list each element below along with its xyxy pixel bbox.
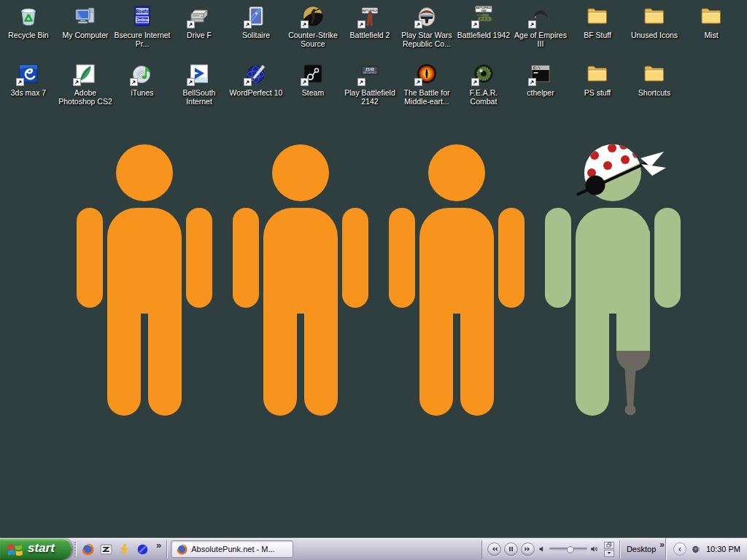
wallpaper-figures	[75, 144, 682, 421]
desktop-toolbar-label: Desktop	[627, 545, 656, 553]
desktop-toolbar-overflow-chevron[interactable]: »	[659, 540, 665, 549]
wordperfect-icon	[244, 61, 268, 86]
desktop-icon-bsecure-internet-pr[interactable]: BsafeOnlineBsecure Internet Pr...	[114, 4, 171, 49]
battlefield2142-icon: 2142BATTLEFIELD	[357, 61, 382, 86]
pause-button[interactable]	[504, 542, 518, 556]
shortcut-arrow-icon	[301, 20, 309, 28]
quick-launch-blue-orb-icon[interactable]	[135, 542, 150, 556]
toolbar-drag-handle[interactable]	[74, 542, 77, 557]
3ds-max-icon	[16, 61, 41, 86]
sauron-eye-icon	[414, 61, 439, 86]
my-computer-icon	[73, 4, 98, 28]
next-track-button[interactable]	[521, 542, 535, 556]
quick-launch-aim-running-man-icon[interactable]	[117, 542, 131, 556]
folder-icon	[642, 4, 667, 28]
desktop-icon-label: Play Star Wars Republic Co...	[398, 31, 455, 49]
shortcut-arrow-icon	[73, 78, 81, 86]
fear-eye-icon	[471, 61, 496, 86]
desktop-toolbar[interactable]: Desktop »	[620, 538, 665, 560]
desktop-icon-solitaire[interactable]: Solitaire	[228, 4, 285, 49]
shortcut-arrow-icon	[471, 78, 479, 86]
desktop-icon-mist[interactable]: Mist	[683, 4, 740, 49]
start-button[interactable]: start	[0, 538, 71, 560]
desktop-icon-label: BellSouth Internet	[171, 88, 228, 106]
folder-icon	[699, 4, 724, 28]
desktop-icon-label: F.E.A.R. Combat	[455, 88, 512, 106]
desktop-icon-counter-strike-source[interactable]: Counter-Strike Source	[285, 4, 341, 49]
restore-window-button[interactable]	[604, 542, 614, 549]
desktop-icon-label: Age of Empires III	[512, 31, 569, 49]
battlefield2-icon: BATTLEFIELD	[357, 4, 382, 28]
desktop-icon-label: cthelper	[527, 88, 554, 97]
volume-slider[interactable]	[549, 548, 587, 551]
itunes-cd-icon	[130, 61, 155, 86]
desktop-icon-label: 3ds max 7	[11, 88, 46, 97]
volume-slider-thumb[interactable]	[567, 546, 574, 553]
desktop-icon-3ds-max-7[interactable]: 3ds max 7	[0, 61, 57, 106]
desktop-icon-label: Steam	[302, 88, 324, 97]
previous-track-button[interactable]	[487, 542, 501, 556]
desktop-icon-label: iTunes	[131, 88, 153, 97]
dropdown-arrow-button[interactable]	[604, 550, 614, 557]
desktop-icon-ps-stuff[interactable]: PS stuff	[569, 61, 626, 106]
svg-text:BATTLEFIELD: BATTLEFIELD	[363, 71, 376, 74]
desktop-icon-my-computer[interactable]: My Computer	[57, 4, 114, 49]
desktop-icon-battlefield-1942[interactable]: BATTLEFIELD1942Battlefield 1942	[455, 4, 512, 49]
quick-launch-overflow-chevron[interactable]: »	[156, 540, 161, 550]
shortcut-arrow-icon	[357, 78, 365, 86]
desktop-icon-bf-stuff[interactable]: BF Stuff	[569, 4, 626, 49]
desktop-icon-itunes[interactable]: iTunes	[114, 61, 171, 106]
shortcut-arrow-icon	[471, 20, 479, 28]
solitaire-card-icon	[244, 4, 268, 28]
desktop-icon-shortcuts[interactable]: Shortcuts	[626, 61, 683, 106]
desktop-icon-label: Drive F	[187, 31, 212, 39]
task-button-area: AbsolutePunk.net - M...	[167, 538, 481, 560]
shortcut-arrow-icon	[187, 78, 195, 86]
desktop-icon-label: The Battle for Middle-eart...	[398, 88, 455, 106]
desktop-icon-wordperfect-10[interactable]: WordPerfect 10	[228, 61, 285, 106]
desktop-icon-steam[interactable]: Steam	[285, 61, 341, 106]
tray-volume-speaker-icon[interactable]	[690, 544, 701, 555]
hide-inactive-icons-button[interactable]: ‹	[673, 542, 686, 556]
person-figure	[231, 144, 370, 421]
desktop-icon-unused-icons[interactable]: Unused Icons	[626, 4, 683, 49]
desktop-icon-age-of-empires-iii[interactable]: Age of Empires III	[512, 4, 569, 49]
counter-strike-icon	[301, 4, 325, 28]
start-button-label: start	[28, 541, 55, 557]
task-button-label: AbsolutePunk.net - M...	[191, 545, 274, 553]
desktop-icon-label: Solitaire	[242, 31, 270, 39]
desktop-icon-bellsouth-internet[interactable]: BellSouth Internet	[171, 61, 228, 106]
desktop-icon-label: Play Battlefield 2142	[341, 88, 398, 106]
bsafe-online-icon: BsafeOnline	[130, 4, 155, 28]
shortcut-arrow-icon	[16, 78, 24, 86]
quick-launch-firefox-icon[interactable]	[80, 542, 95, 556]
shortcut-arrow-icon	[528, 20, 536, 28]
desktop-icon-the-battle-for-middle-eart[interactable]: The Battle for Middle-eart...	[398, 61, 455, 106]
desktop-icon-cthelper[interactable]: C:\cthelper	[512, 61, 569, 106]
task-button-absolutepunk-net-m[interactable]: AbsolutePunk.net - M...	[171, 540, 293, 558]
desktop-icon-label: My Computer	[62, 31, 108, 39]
console-icon: C:\	[528, 61, 553, 86]
shortcut-arrow-icon	[528, 78, 536, 86]
media-toolbar-buttons	[604, 542, 614, 557]
desktop-icon-label: Battlefield 1942	[457, 31, 510, 39]
shortcut-arrow-icon	[414, 20, 422, 28]
desktop-icon-battlefield-2[interactable]: BATTLEFIELDBattlefield 2	[341, 4, 398, 49]
desktop-icon-play-battlefield-2142[interactable]: 2142BATTLEFIELDPlay Battlefield 2142	[341, 61, 398, 106]
desktop-icon-play-star-wars-republic-co[interactable]: Play Star Wars Republic Co...	[398, 4, 455, 49]
desktop-icon-adobe-photoshop-cs2[interactable]: Adobe Photoshop CS2	[57, 61, 114, 106]
desktop-icon-recycle-bin[interactable]: Recycle Bin	[0, 4, 57, 49]
desktop-icon-drive-f[interactable]: Drive F	[171, 4, 228, 49]
quick-launch-toolbar: »	[71, 538, 166, 560]
person-figure	[387, 144, 526, 421]
volume-high-icon[interactable]	[590, 545, 599, 553]
shortcut-arrow-icon	[244, 78, 252, 86]
desktop[interactable]: Recycle BinMy ComputerBsafeOnlineBsecure…	[0, 0, 747, 537]
folder-icon	[642, 61, 667, 86]
svg-text:C:\: C:\	[533, 66, 541, 71]
photoshop-feather-icon	[73, 61, 98, 86]
desktop-icon-label: Counter-Strike Source	[285, 31, 341, 49]
desktop-icon-f-e-a-r-combat[interactable]: F.E.A.R. Combat	[455, 61, 512, 106]
quick-launch-arrow-swoosh-icon[interactable]	[98, 542, 113, 556]
volume-low-icon[interactable]	[538, 545, 546, 553]
